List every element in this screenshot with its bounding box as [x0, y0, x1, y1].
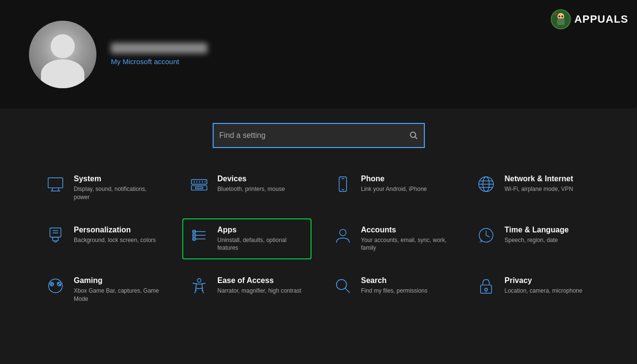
setting-text-personalization: PersonalizationBackground, lock screen, …: [74, 226, 156, 244]
svg-rect-8: [48, 178, 63, 188]
svg-point-56: [485, 288, 488, 291]
setting-title-gaming: Gaming: [74, 276, 161, 285]
watermark-icon: [550, 9, 571, 30]
setting-item-accounts[interactable]: AccountsYour accounts, email, sync, work…: [326, 218, 455, 260]
svg-rect-29: [53, 237, 58, 241]
globe-icon: [476, 175, 496, 194]
setting-text-apps: AppsUninstall, defaults, optional featur…: [217, 226, 304, 253]
watermark-text: APPUALS: [574, 13, 628, 26]
lock-icon: [476, 276, 496, 296]
svg-rect-12: [191, 180, 207, 185]
search-input[interactable]: [219, 131, 409, 140]
setting-item-system[interactable]: SystemDisplay, sound, notifications, pow…: [39, 167, 168, 209]
svg-line-54: [345, 288, 350, 293]
svg-point-38: [339, 229, 346, 235]
setting-desc-time: Speech, region, date: [504, 236, 569, 244]
gamepad-icon: [46, 276, 65, 296]
svg-point-50: [197, 279, 201, 283]
ms-account-link[interactable]: My Microsoft account: [111, 57, 207, 66]
clock-icon: A: [476, 226, 496, 245]
svg-text:A: A: [480, 239, 483, 243]
setting-text-gaming: GamingXbox Game Bar, captures, Game Mode: [74, 276, 161, 303]
setting-text-network: Network & InternetWi-Fi, airplane mode, …: [504, 175, 573, 193]
setting-desc-personalization: Background, lock screen, colors: [74, 236, 156, 244]
setting-title-time: Time & Language: [504, 226, 569, 234]
setting-desc-accounts: Your accounts, email, sync, work, family: [361, 236, 448, 253]
svg-line-9: [52, 188, 53, 191]
search-icon: [409, 131, 418, 140]
setting-text-phone: PhoneLink your Android, iPhone: [361, 175, 427, 193]
avatar-figure: [29, 21, 96, 88]
setting-title-devices: Devices: [217, 175, 285, 183]
setting-desc-ease: Narrator, magnifier, high contrast: [217, 287, 301, 295]
phone-icon: [333, 175, 352, 194]
avatar: [29, 21, 96, 88]
setting-item-apps[interactable]: AppsUninstall, defaults, optional featur…: [182, 218, 312, 260]
setting-text-system: SystemDisplay, sound, notifications, pow…: [74, 175, 161, 202]
setting-title-search: Search: [361, 276, 428, 285]
username-display: [111, 43, 207, 54]
header-info: My Microsoft account: [111, 43, 207, 66]
setting-title-privacy: Privacy: [504, 276, 582, 285]
svg-point-49: [59, 284, 61, 286]
svg-point-6: [410, 132, 416, 137]
setting-title-personalization: Personalization: [74, 226, 156, 234]
svg-point-53: [336, 280, 346, 290]
setting-text-privacy: PrivacyLocation, camera, microphone: [504, 276, 582, 295]
setting-text-accounts: AccountsYour accounts, email, sync, work…: [361, 226, 448, 253]
search-icon: [333, 276, 352, 296]
setting-text-devices: DevicesBluetooth, printers, mouse: [217, 175, 285, 193]
setting-item-network[interactable]: Network & InternetWi-Fi, airplane mode, …: [469, 167, 598, 209]
svg-point-4: [561, 15, 563, 17]
svg-rect-13: [191, 186, 207, 190]
svg-rect-2: [557, 19, 565, 25]
settings-grid: SystemDisplay, sound, notifications, pow…: [39, 167, 598, 310]
setting-text-ease: Ease of AccessNarrator, magnifier, high …: [217, 276, 301, 295]
header-section: My Microsoft account APPUALS: [0, 0, 637, 108]
svg-line-7: [415, 137, 417, 139]
svg-rect-19: [195, 187, 203, 189]
setting-item-personalization[interactable]: PersonalizationBackground, lock screen, …: [39, 218, 168, 260]
main-content: SystemDisplay, sound, notifications, pow…: [0, 108, 637, 310]
setting-title-network: Network & Internet: [504, 175, 573, 183]
setting-title-apps: Apps: [217, 226, 304, 234]
svg-line-41: [486, 235, 490, 237]
svg-rect-20: [339, 177, 346, 191]
monitor-icon: [46, 175, 65, 194]
apps-icon: [190, 226, 209, 245]
setting-item-gaming[interactable]: GamingXbox Game Bar, captures, Game Mode: [39, 269, 168, 310]
avatar-head: [51, 34, 75, 58]
setting-text-time: Time & LanguageSpeech, region, date: [504, 226, 569, 244]
search-container: [39, 108, 598, 167]
svg-point-3: [558, 15, 560, 17]
setting-item-time[interactable]: A Time & LanguageSpeech, region, date: [469, 218, 598, 260]
setting-text-search: SearchFind my files, permissions: [361, 276, 428, 295]
setting-desc-search: Find my files, permissions: [361, 287, 428, 295]
setting-desc-apps: Uninstall, defaults, optional features: [217, 236, 304, 253]
setting-desc-devices: Bluetooth, printers, mouse: [217, 185, 285, 193]
watermark: APPUALS: [550, 9, 628, 30]
setting-item-devices[interactable]: DevicesBluetooth, printers, mouse: [182, 167, 312, 209]
setting-item-search[interactable]: SearchFind my files, permissions: [326, 269, 455, 310]
setting-title-system: System: [74, 175, 161, 183]
keyboard-icon: [190, 175, 209, 194]
search-button[interactable]: [409, 131, 418, 140]
setting-desc-privacy: Location, camera, microphone: [504, 287, 582, 295]
setting-item-privacy[interactable]: PrivacyLocation, camera, microphone: [469, 269, 598, 310]
setting-desc-phone: Link your Android, iPhone: [361, 185, 427, 193]
setting-title-accounts: Accounts: [361, 226, 448, 234]
avatar-body: [41, 59, 84, 88]
person-icon: [333, 226, 352, 245]
setting-desc-network: Wi-Fi, airplane mode, VPN: [504, 185, 573, 193]
setting-item-phone[interactable]: PhoneLink your Android, iPhone: [326, 167, 455, 209]
setting-title-phone: Phone: [361, 175, 427, 183]
setting-desc-gaming: Xbox Game Bar, captures, Game Mode: [74, 287, 161, 303]
brush-icon: [46, 226, 65, 245]
svg-rect-28: [50, 228, 61, 237]
setting-item-ease[interactable]: Ease of AccessNarrator, magnifier, high …: [182, 269, 312, 310]
svg-line-10: [58, 188, 59, 191]
accessibility-icon: [190, 276, 209, 296]
svg-point-48: [57, 283, 59, 284]
setting-title-ease: Ease of Access: [217, 276, 301, 285]
setting-desc-system: Display, sound, notifications, power: [74, 185, 161, 202]
